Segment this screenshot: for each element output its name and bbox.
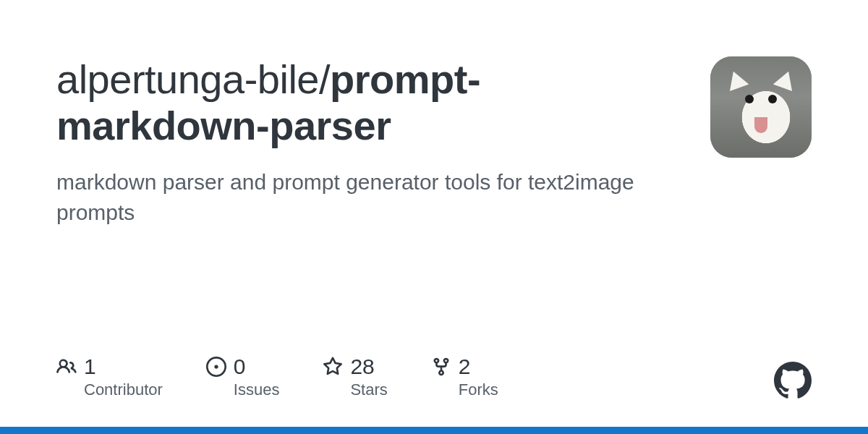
- accent-bar: [0, 427, 868, 434]
- repo-owner[interactable]: alpertunga-bile: [56, 56, 319, 102]
- repo-description: markdown parser and prompt generator too…: [56, 167, 681, 228]
- stat-forks-value: 2: [459, 354, 471, 379]
- stats-row: 1 Contributor 0 Issues 28: [56, 354, 812, 399]
- github-logo-icon[interactable]: [774, 362, 812, 399]
- title-block: alpertunga-bile/prompt-markdown-parser m…: [56, 56, 681, 228]
- stat-stars-label: Stars: [350, 380, 387, 399]
- stat-issues[interactable]: 0 Issues: [206, 354, 280, 399]
- stats-list: 1 Contributor 0 Issues 28: [56, 354, 498, 399]
- stat-stars[interactable]: 28 Stars: [323, 354, 387, 399]
- avatar[interactable]: [710, 56, 812, 158]
- repo-header: alpertunga-bile/prompt-markdown-parser m…: [56, 56, 812, 228]
- stat-contributors-value: 1: [84, 354, 96, 379]
- stat-contributors-label: Contributor: [84, 380, 163, 399]
- stat-forks-label: Forks: [459, 380, 498, 399]
- stat-forks[interactable]: 2 Forks: [431, 354, 498, 399]
- stat-issues-value: 0: [234, 354, 246, 379]
- stat-stars-value: 28: [350, 354, 374, 379]
- repo-title: alpertunga-bile/prompt-markdown-parser: [56, 56, 681, 150]
- people-icon: [56, 357, 77, 377]
- repo-separator: /: [319, 56, 330, 102]
- stat-contributors[interactable]: 1 Contributor: [56, 354, 163, 399]
- star-icon: [323, 357, 343, 377]
- fork-icon: [431, 357, 451, 377]
- issue-icon: [206, 357, 226, 377]
- stat-issues-label: Issues: [234, 380, 280, 399]
